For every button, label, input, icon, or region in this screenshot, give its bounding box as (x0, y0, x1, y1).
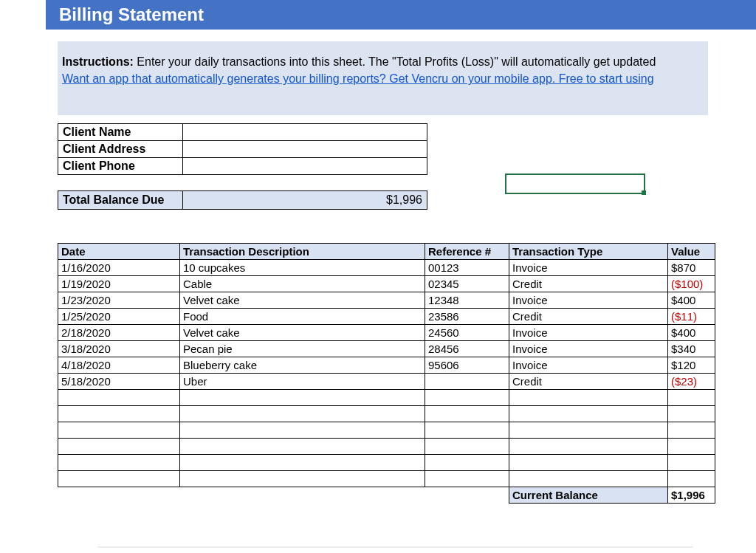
cell-value[interactable]: ($11) (668, 309, 715, 325)
table-row-empty[interactable] (58, 439, 715, 455)
cell-empty[interactable] (58, 390, 180, 406)
cell-type[interactable]: Invoice (509, 357, 668, 374)
cell-type[interactable]: Credit (509, 276, 668, 292)
cell-desc[interactable]: Cable (180, 276, 425, 292)
cell-empty[interactable] (425, 471, 509, 487)
cell-date[interactable]: 1/19/2020 (58, 276, 180, 292)
promo-link[interactable]: Want an app that automatically generates… (62, 72, 654, 85)
table-row[interactable]: 1/16/202010 cupcakes00123Invoice$870 (58, 260, 715, 276)
cell-ref[interactable]: 23586 (425, 309, 509, 325)
table-row[interactable]: 3/18/2020Pecan pie28456Invoice$340 (58, 341, 715, 357)
table-row-empty[interactable] (58, 455, 715, 471)
cell-type[interactable]: Invoice (509, 325, 668, 341)
cell-date[interactable]: 2/18/2020 (58, 325, 180, 341)
col-ref-header: Reference # (425, 244, 509, 260)
cell-type[interactable]: Invoice (509, 260, 668, 276)
cell-type[interactable]: Invoice (509, 292, 668, 309)
cell-desc[interactable]: Food (180, 309, 425, 325)
cell-date[interactable]: 1/16/2020 (58, 260, 180, 276)
title-bar: Billing Statement (46, 0, 756, 30)
cell-desc[interactable]: Velvet cake (180, 325, 425, 341)
cell-empty[interactable] (425, 439, 509, 455)
cell-desc[interactable]: Blueberry cake (180, 357, 425, 374)
client-info-table: Client Name Client Address Client Phone (58, 123, 427, 175)
cell-value[interactable]: $120 (668, 357, 715, 374)
cell-empty[interactable] (58, 439, 180, 455)
instructions-text: Enter your daily transactions into this … (134, 55, 656, 68)
cell-date[interactable]: 5/18/2020 (58, 374, 180, 390)
table-row[interactable]: 5/18/2020UberCredit($23) (58, 374, 715, 390)
cell-empty[interactable] (509, 406, 668, 422)
cell-desc[interactable]: Uber (180, 374, 425, 390)
cell-empty[interactable] (180, 455, 425, 471)
client-address-label: Client Address (58, 141, 183, 158)
cell-ref[interactable] (425, 374, 509, 390)
cell-empty[interactable] (425, 422, 509, 439)
col-desc-header: Transaction Description (180, 244, 425, 260)
cell-empty[interactable] (509, 390, 668, 406)
cell-empty[interactable] (180, 439, 425, 455)
cell-empty[interactable] (668, 455, 715, 471)
table-row[interactable]: 1/25/2020Food23586Credit($11) (58, 309, 715, 325)
cell-desc[interactable]: Velvet cake (180, 292, 425, 309)
client-name-cell[interactable] (183, 124, 427, 141)
table-row[interactable]: 1/19/2020Cable02345Credit($100) (58, 276, 715, 292)
cell-empty[interactable] (509, 455, 668, 471)
cell-value[interactable]: $340 (668, 341, 715, 357)
cell-value[interactable]: $400 (668, 325, 715, 341)
cell-empty[interactable] (425, 406, 509, 422)
cell-empty[interactable] (668, 390, 715, 406)
table-row[interactable]: 4/18/2020Blueberry cake95606Invoice$120 (58, 357, 715, 374)
cell-desc[interactable]: 10 cupcakes (180, 260, 425, 276)
cell-value[interactable]: ($23) (668, 374, 715, 390)
cell-empty[interactable] (180, 422, 425, 439)
cell-empty[interactable] (58, 471, 180, 487)
cell-desc[interactable]: Pecan pie (180, 341, 425, 357)
active-cell-selection[interactable] (505, 174, 645, 194)
table-row[interactable]: 2/18/2020Velvet cake24560Invoice$400 (58, 325, 715, 341)
bottom-divider (97, 546, 693, 548)
cell-type[interactable]: Credit (509, 374, 668, 390)
cell-empty[interactable] (425, 390, 509, 406)
cell-empty[interactable] (58, 406, 180, 422)
cell-empty[interactable] (180, 406, 425, 422)
cell-date[interactable]: 3/18/2020 (58, 341, 180, 357)
cell-empty[interactable] (425, 455, 509, 471)
cell-empty[interactable] (668, 406, 715, 422)
cell-ref[interactable]: 02345 (425, 276, 509, 292)
cell-ref[interactable]: 24560 (425, 325, 509, 341)
total-balance-value: $1,996 (183, 191, 427, 210)
cell-empty[interactable] (180, 471, 425, 487)
cell-empty[interactable] (668, 439, 715, 455)
cell-empty[interactable] (668, 422, 715, 439)
cell-empty[interactable] (509, 471, 668, 487)
cell-type[interactable]: Credit (509, 309, 668, 325)
cell-value[interactable]: $870 (668, 260, 715, 276)
cell-value[interactable]: ($100) (668, 276, 715, 292)
cell-empty[interactable] (180, 390, 425, 406)
col-val-header: Value (668, 244, 715, 260)
cell-ref[interactable]: 28456 (425, 341, 509, 357)
cell-date[interactable]: 1/23/2020 (58, 292, 180, 309)
cell-ref[interactable]: 95606 (425, 357, 509, 374)
cell-empty[interactable] (58, 422, 180, 439)
cell-ref[interactable]: 12348 (425, 292, 509, 309)
table-row-empty[interactable] (58, 471, 715, 487)
cell-type[interactable]: Invoice (509, 341, 668, 357)
table-row-empty[interactable] (58, 406, 715, 422)
cell-value[interactable]: $400 (668, 292, 715, 309)
cell-empty[interactable] (509, 422, 668, 439)
client-address-cell[interactable] (183, 141, 427, 158)
table-row-empty[interactable] (58, 422, 715, 439)
cell-empty[interactable] (58, 455, 180, 471)
table-row-empty[interactable] (58, 390, 715, 406)
cell-empty[interactable] (668, 471, 715, 487)
client-phone-cell[interactable] (183, 158, 427, 175)
cell-empty[interactable] (509, 439, 668, 455)
cell-date[interactable]: 4/18/2020 (58, 357, 180, 374)
table-row[interactable]: 1/23/2020Velvet cake12348Invoice$400 (58, 292, 715, 309)
cell-ref[interactable]: 00123 (425, 260, 509, 276)
fill-handle[interactable] (642, 190, 646, 195)
client-name-label: Client Name (58, 124, 183, 141)
cell-date[interactable]: 1/25/2020 (58, 309, 180, 325)
